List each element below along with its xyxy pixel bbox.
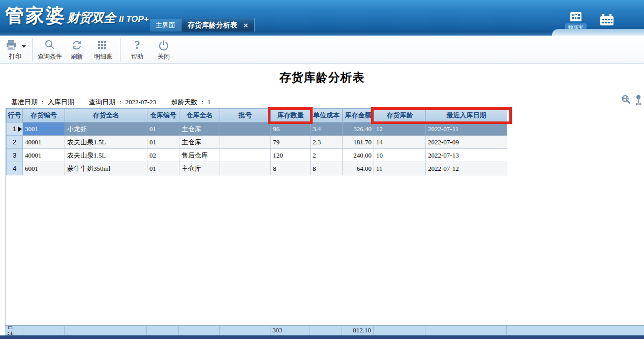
- cell[interactable]: 蒙牛牛奶350ml: [65, 162, 147, 175]
- calendar-icon[interactable]: [599, 14, 615, 28]
- panel-rounded-corner: [552, 29, 644, 36]
- cell[interactable]: 64.00: [343, 162, 374, 175]
- table-row[interactable]: 340001农夫山泉1.5L02售后仓库1202240.00102022-07-…: [7, 149, 507, 162]
- cell[interactable]: 240.00: [343, 149, 374, 162]
- selected-row-marker: [18, 127, 22, 132]
- cell[interactable]: 01: [147, 162, 179, 175]
- status-bar: [0, 335, 644, 339]
- cell[interactable]: 主仓库: [179, 162, 220, 175]
- tab-bar: 主界面 存货库龄分析表 ×: [150, 18, 255, 32]
- cell[interactable]: 10: [374, 149, 426, 162]
- close-button-label: 关闭: [158, 52, 170, 61]
- app-window: 管家婆 财贸双全 II TOP+ 物联宝: [0, 0, 644, 339]
- question-icon: ?: [134, 38, 140, 52]
- toolbar: 打印 查询条件 刷新: [0, 36, 644, 64]
- cell[interactable]: 2: [311, 149, 343, 162]
- cell[interactable]: 小龙虾: [65, 122, 147, 136]
- toolbar-separator: [120, 38, 120, 61]
- cell[interactable]: 8: [271, 162, 311, 175]
- query-conditions-label: 查询条件: [38, 52, 62, 61]
- cell[interactable]: 2: [7, 136, 23, 149]
- cell[interactable]: 6001: [23, 162, 65, 175]
- cell[interactable]: 主仓库: [179, 122, 220, 136]
- cell[interactable]: [220, 162, 271, 175]
- query-conditions-button[interactable]: 查询条件: [38, 37, 62, 63]
- qr-code-icon: [569, 15, 582, 24]
- cell[interactable]: 11: [374, 162, 426, 175]
- tab-report-label: 存货库龄分析表: [188, 19, 237, 31]
- column-header-8[interactable]: 库存金额: [343, 109, 374, 122]
- cell[interactable]: 01: [147, 122, 179, 136]
- edition-name: II TOP+: [119, 14, 149, 24]
- print-button-label: 打印: [9, 52, 21, 61]
- app-logo: 管家婆 财贸双全 II TOP+: [5, 3, 149, 28]
- cell[interactable]: [220, 136, 271, 149]
- cell[interactable]: 120: [271, 149, 311, 162]
- column-header-6[interactable]: 库存数量: [271, 109, 311, 122]
- cell[interactable]: 12: [374, 122, 426, 136]
- cell[interactable]: 农夫山泉1.5L: [65, 136, 147, 149]
- grid-icon: [97, 38, 109, 52]
- horizontal-divider: [0, 107, 644, 107]
- search-icon: [44, 38, 56, 52]
- column-header-2[interactable]: 存货全名: [65, 109, 147, 122]
- cell[interactable]: 主仓库: [179, 136, 220, 149]
- locate-icon[interactable]: [635, 95, 642, 108]
- zoom-icon[interactable]: [621, 95, 632, 108]
- cell[interactable]: 农夫山泉1.5L: [65, 149, 147, 162]
- cell[interactable]: 96: [271, 122, 311, 136]
- chevron-down-icon[interactable]: [22, 45, 26, 48]
- cell[interactable]: 3: [7, 149, 23, 162]
- power-icon: [158, 38, 170, 52]
- table-row[interactable]: 46001蒙牛牛奶350ml01主仓库8864.00112022-07-12: [7, 162, 507, 175]
- column-header-7[interactable]: 单位成本: [311, 109, 343, 122]
- cell[interactable]: 2022-07-13: [426, 149, 507, 162]
- cell[interactable]: [220, 149, 271, 162]
- header-divider: [0, 32, 644, 36]
- amount-total: 812.10: [342, 326, 374, 335]
- tab-inventory-aging-report[interactable]: 存货库龄分析表 ×: [181, 18, 255, 32]
- cell[interactable]: 01: [147, 136, 179, 149]
- cell[interactable]: [220, 122, 271, 136]
- cell[interactable]: 1: [7, 122, 23, 136]
- column-header-9[interactable]: 存货库龄: [374, 109, 426, 122]
- refresh-button[interactable]: 刷新: [65, 37, 88, 63]
- column-header-4[interactable]: 仓库全名: [179, 109, 220, 122]
- cell[interactable]: 2022-07-11: [426, 122, 507, 136]
- close-window-button[interactable]: 关闭: [152, 37, 175, 63]
- cell[interactable]: 40001: [23, 136, 65, 149]
- cell[interactable]: 3001: [23, 122, 65, 136]
- cell[interactable]: 2.3: [311, 136, 343, 149]
- detail-ledger-label: 明细账: [94, 52, 112, 61]
- toolbar-separator: [32, 38, 33, 61]
- cell[interactable]: 售后仓库: [179, 149, 220, 162]
- table-row[interactable]: 13001小龙虾01主仓库963.4326.40122022-07-11: [7, 122, 507, 136]
- cell[interactable]: 181.70: [343, 136, 374, 149]
- table-row[interactable]: 240001农夫山泉1.5L01主仓库792.3181.70142022-07-…: [7, 136, 507, 149]
- cell[interactable]: 02: [147, 149, 179, 162]
- cell[interactable]: 2022-07-09: [426, 136, 507, 149]
- help-button[interactable]: ? 帮助: [126, 37, 149, 63]
- print-button[interactable]: 打印: [4, 37, 27, 63]
- cell[interactable]: 79: [271, 136, 311, 149]
- cell[interactable]: 14: [374, 136, 426, 149]
- cell[interactable]: 326.40: [343, 122, 374, 136]
- tab-main[interactable]: 主界面: [150, 19, 181, 32]
- column-header-10[interactable]: 最近入库日期: [426, 109, 507, 122]
- column-header-0[interactable]: 行号: [7, 109, 23, 122]
- cell[interactable]: 2022-07-12: [426, 162, 507, 175]
- cell[interactable]: 8: [311, 162, 343, 175]
- column-header-1[interactable]: 存货编号: [23, 109, 65, 122]
- column-header-5[interactable]: 批号: [220, 109, 271, 122]
- cell[interactable]: 3.4: [311, 122, 343, 136]
- filter-query-date: 查询日期:2022-07-23: [89, 98, 158, 106]
- cell[interactable]: 40001: [23, 149, 65, 162]
- detail-ledger-button[interactable]: 明细账: [91, 37, 115, 63]
- cell[interactable]: 4: [7, 162, 23, 175]
- inventory-aging-table: 行号存货编号存货全名仓库编号仓库全名批号库存数量单位成本库存金额存货库龄最近入库…: [6, 108, 507, 175]
- qty-total: 303: [270, 326, 310, 335]
- close-icon[interactable]: ×: [243, 21, 248, 29]
- tab-main-label: 主界面: [156, 21, 175, 29]
- product-name: 财贸双全: [67, 10, 116, 26]
- column-header-3[interactable]: 仓库编号: [147, 109, 179, 122]
